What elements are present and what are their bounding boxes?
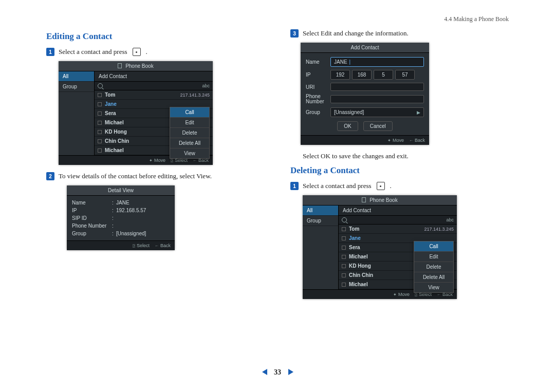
menu-call[interactable]: Call xyxy=(170,107,209,118)
select-key-icon xyxy=(377,182,385,190)
prev-page-icon[interactable] xyxy=(262,369,267,375)
list-item-selected[interactable]: Jane Call Edit Delete Delete All View xyxy=(95,100,213,109)
note-ok: Select OK to save the changes and exit. xyxy=(303,152,509,160)
panel-footer: ⍰Select ←Back xyxy=(67,240,175,250)
panel-title: Phone Book xyxy=(59,61,213,71)
menu-view[interactable]: View xyxy=(414,283,453,292)
detail-row: IP:192.168.5.57 xyxy=(72,207,170,214)
doc-icon xyxy=(362,197,366,202)
abc-label: abc xyxy=(202,83,210,88)
del-step-1-text: Select a contact and press xyxy=(303,182,372,190)
contact-name: Chin Chin xyxy=(349,272,373,278)
panel-title: Add Contact xyxy=(301,43,429,53)
menu-edit[interactable]: Edit xyxy=(170,118,209,128)
side-group[interactable]: Group xyxy=(303,216,338,226)
contact-name: Michael xyxy=(349,282,368,287)
checkbox-icon[interactable] xyxy=(98,102,102,106)
form-row-group: Group [Unassigned]▶ xyxy=(306,107,424,117)
phonebook-panel-2: Phone Book All Group Add Contact abc Tom xyxy=(303,195,457,299)
ip-cell[interactable]: 5 xyxy=(374,70,393,80)
select-hint: ⍰Select xyxy=(133,243,150,248)
add-contact[interactable]: Add Contact xyxy=(339,206,457,216)
contact-name: Michael xyxy=(105,147,124,153)
menu-view[interactable]: View xyxy=(170,148,209,158)
menu-edit[interactable]: Edit xyxy=(414,252,453,262)
checkbox-icon[interactable] xyxy=(98,93,102,97)
checkbox-icon[interactable] xyxy=(342,283,346,287)
cancel-button[interactable]: Cancel xyxy=(363,121,393,131)
ip-cell[interactable]: 192 xyxy=(330,70,350,80)
detail-row: Name:JANE xyxy=(72,199,170,207)
heading-deleting: Deleting a Contact xyxy=(290,165,509,176)
uri-field[interactable] xyxy=(330,83,424,91)
detail-row: Group:[Unassigned] xyxy=(72,230,170,237)
checkbox-icon[interactable] xyxy=(98,130,102,134)
doc-icon xyxy=(118,63,122,68)
breadcrumb: 4.4 Making a Phone Book xyxy=(46,15,509,23)
move-hint: ✦Move xyxy=(387,138,404,143)
side-all[interactable]: All xyxy=(303,206,338,216)
contact-name: KD Hong xyxy=(105,129,127,135)
checkbox-icon[interactable] xyxy=(98,121,102,125)
step-2-text: To view details of the contact before ed… xyxy=(59,172,212,180)
checkbox-icon[interactable] xyxy=(342,227,346,231)
side-all[interactable]: All xyxy=(59,71,94,82)
context-menu: Call Edit Delete Delete All View xyxy=(170,107,210,159)
list-item[interactable]: Tom 217.141.3.245 xyxy=(95,90,213,100)
search-bar[interactable]: abc xyxy=(95,82,213,90)
checkbox-icon[interactable] xyxy=(342,236,346,240)
search-bar[interactable]: abc xyxy=(339,216,457,225)
step-num-2: 2 xyxy=(46,172,54,180)
checkbox-icon[interactable] xyxy=(342,255,346,259)
move-hint: ✦Move xyxy=(393,292,410,297)
contact-name: Tom xyxy=(349,226,359,232)
contact-name: KD Hong xyxy=(349,263,371,269)
list-item[interactable]: Tom 217.141.3.245 xyxy=(339,225,457,234)
step-num-3: 3 xyxy=(290,29,299,38)
panel-footer: ✦Move ←Back xyxy=(301,135,429,145)
contact-name: Sera xyxy=(349,245,360,250)
page-nav: 33 xyxy=(0,368,555,377)
checkbox-icon[interactable] xyxy=(98,139,102,143)
contact-name: Tom xyxy=(105,92,115,98)
ok-button[interactable]: OK xyxy=(337,121,358,131)
menu-delete[interactable]: Delete xyxy=(414,262,453,272)
contact-ip: 217.141.3.245 xyxy=(180,92,210,98)
contact-name: Michael xyxy=(105,120,124,125)
label-name: Name xyxy=(306,59,330,65)
step-3: 3 Select Edit and change the information… xyxy=(290,29,509,38)
step-1-suffix: . xyxy=(146,48,147,56)
menu-delete[interactable]: Delete xyxy=(170,128,209,138)
side-group[interactable]: Group xyxy=(59,82,94,92)
detail-row: Phone Number: xyxy=(72,222,170,230)
checkbox-icon[interactable] xyxy=(342,246,346,250)
contact-name: Jane xyxy=(105,101,117,107)
phonebook-panel-1: Phone Book All Group Add Contact abc Tom xyxy=(59,61,213,165)
step-num-1: 1 xyxy=(46,48,54,56)
menu-delete-all[interactable]: Delete All xyxy=(170,138,209,148)
phone-field[interactable] xyxy=(330,95,424,103)
form-row-name: Name JANE| xyxy=(306,57,424,67)
add-contact[interactable]: Add Contact xyxy=(95,71,213,82)
move-hint: ✦Move xyxy=(149,158,165,163)
menu-call[interactable]: Call xyxy=(414,241,453,252)
form-row-phone: Phone Number xyxy=(306,94,424,104)
step-3-text: Select Edit and change the information. xyxy=(303,29,409,38)
label-phone: Phone Number xyxy=(306,94,330,104)
next-page-icon[interactable] xyxy=(288,369,293,375)
group-field[interactable]: [Unassigned]▶ xyxy=(330,107,424,117)
checkbox-icon[interactable] xyxy=(342,264,346,268)
menu-delete-all[interactable]: Delete All xyxy=(414,272,453,283)
step-num-1: 1 xyxy=(290,182,299,190)
detail-title: Detail View xyxy=(67,185,175,196)
name-field[interactable]: JANE| xyxy=(330,57,424,67)
ip-cell[interactable]: 168 xyxy=(352,70,372,80)
checkbox-icon[interactable] xyxy=(98,111,102,116)
checkbox-icon[interactable] xyxy=(98,148,102,153)
checkbox-icon[interactable] xyxy=(342,273,346,277)
panel-title-text: Phone Book xyxy=(125,63,154,69)
contact-ip: 217.141.3.245 xyxy=(424,227,454,232)
list-item-selected[interactable]: Jane Call Edit Delete Delete All View xyxy=(339,234,457,243)
ip-cell[interactable]: 57 xyxy=(395,70,415,80)
heading-editing: Editing a Contact xyxy=(46,31,265,42)
